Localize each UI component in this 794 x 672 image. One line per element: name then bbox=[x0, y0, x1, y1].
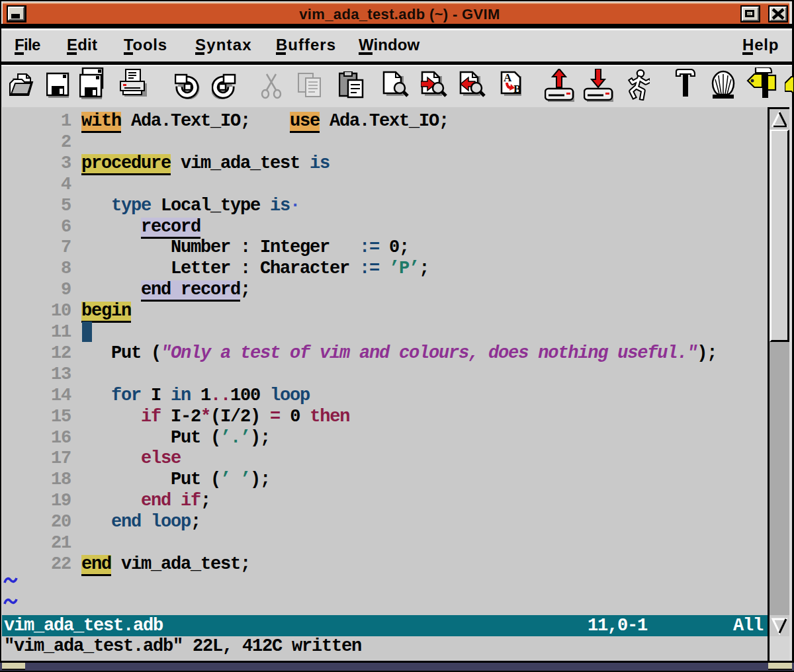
svg-text:A: A bbox=[504, 71, 512, 84]
svg-text:B: B bbox=[513, 83, 521, 95]
